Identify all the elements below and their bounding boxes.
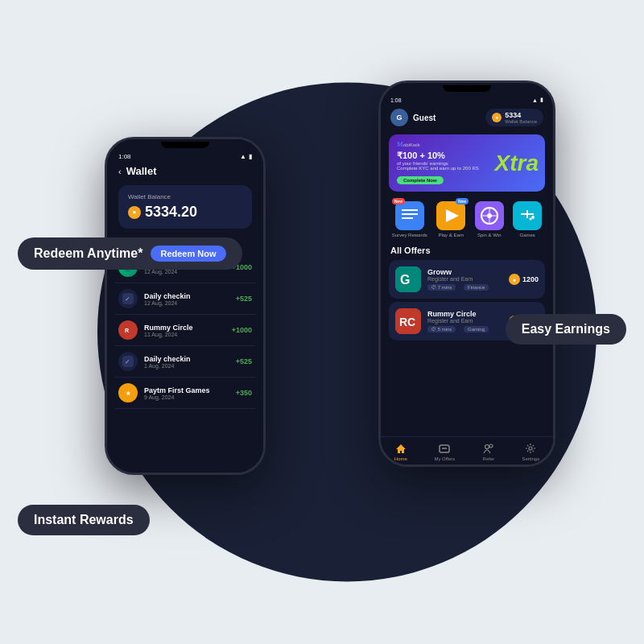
left-status-icons: ▲ ▮ [240,153,252,160]
wallet-balance-section: Wallet Balance ● 5334.20 [118,185,252,229]
rp-wifi-icon: ▲ [532,97,538,103]
wallet-balance-badge: ● 5334 Wallet Balance [485,109,543,126]
right-phone: 1:08 ▲ ▮ G Guest ● 5334 Wallet [378,80,555,467]
home-nav-icon [394,442,407,455]
all-offers-title: All Offers [381,242,553,257]
user-avatar: G [390,109,408,126]
refer-nav-icon [482,442,495,455]
banner-cta-button[interactable]: Complete Now [397,176,444,184]
qa-games[interactable]: Games [513,201,542,237]
user-info: G Guest [390,109,436,126]
left-time: 1:08 [118,153,131,160]
groww-time-tag: ⏱ 7 mins [427,284,456,291]
checkin-icon-2: ✓ [118,352,138,371]
right-status-icons: ▲ ▮ [532,97,543,103]
bottom-nav: Home My Offers Refer [381,436,553,464]
tx-item-checkin2: ✓ Daily checkin 1 Aug, 2024 +525 [115,346,255,378]
nav-offers[interactable]: My Offers [434,442,455,461]
tx-checkin1-amount: +525 [236,295,252,303]
instant-text: Instant Rewards [34,513,134,526]
redeem-label: Redeem Anytime* Redeem Now [18,237,242,270]
tx-checkin1-info: Daily checkin 12 Aug, 2024 [144,292,236,306]
tx-checkin2-date: 1 Aug, 2024 [144,363,236,369]
tx-checkin2-amount: +525 [236,357,252,365]
redeem-text: Redeem Anytime* [34,246,142,261]
balance-value: 5334.20 [145,204,197,221]
rummy-offer-icon: RC [395,308,421,334]
groww-points: 1200 [522,275,539,283]
settings-nav-icon [524,442,537,455]
banner-xtra: Xtra [495,151,539,176]
svg-point-20 [487,213,492,218]
back-button[interactable]: ‹ [118,167,122,176]
groww-divider: · [459,285,460,290]
rp-battery-icon: ▮ [540,97,543,103]
nav-home[interactable]: Home [394,442,407,461]
coin-icon: ● [128,206,141,219]
qa-survey[interactable]: New Survey Rewards [392,201,427,237]
right-phone-screen: 1:08 ▲ ▮ G Guest ● 5334 Wallet [381,83,553,464]
tx-paytm-amount: +350 [236,389,252,397]
survey-label: Survey Rewards [392,233,427,237]
tx-item-checkin1: ✓ Daily checkin 12 Aug, 2024 +525 [115,283,255,315]
rummy-divider: · [459,327,460,332]
left-phone-screen: 1:08 ▲ ▮ ‹ Wallet Wallet Balance ● 5334.… [107,139,263,473]
groww-reward: ● 1200 [509,274,539,285]
redeem-now-button[interactable]: Redeem Now [151,246,225,262]
promo-banner[interactable]: 𝐌obiKwik ₹100 + 10% of your friends' ear… [389,134,545,192]
rummy-offer-tags: ⏱ 5 mins · Gaming [427,326,502,332]
games-label: Games [520,233,535,237]
paytm-icon: ★ [118,383,138,402]
svg-text:✓: ✓ [125,295,130,303]
svg-rect-11 [402,209,418,211]
groww-offer-icon: G [395,266,421,292]
svg-point-33 [485,445,489,449]
tx-item-paytm: ★ Paytm First Games 9 Aug, 2024 +350 [115,378,255,409]
nav-home-label: Home [394,456,407,461]
rummy-icon: R [118,320,138,340]
svg-text:R: R [125,328,129,333]
svg-text:★: ★ [126,390,131,396]
svg-point-35 [529,447,532,450]
right-notch-area [381,83,553,92]
nav-refer[interactable]: Refer [482,442,495,461]
wallet-header: ‹ Wallet [107,163,263,182]
svg-rect-13 [402,217,413,219]
svg-point-34 [489,444,493,448]
user-name: Guest [413,114,436,122]
offer-groww[interactable]: G Groww Register and Earn ⏱ 7 mins · Fin… [389,260,545,299]
svg-rect-10 [395,201,424,230]
survey-icon: New [395,201,424,230]
rummy-offer-info: Rummy Circle Register and Earn ⏱ 5 mins … [427,310,502,332]
play-icon: New [436,201,465,230]
balance-amount: ● 5334.20 [128,204,242,221]
svg-rect-23 [526,210,528,218]
groww-offer-tags: ⏱ 7 mins · Finance [427,284,502,291]
svg-marker-30 [396,444,406,453]
rummy-category-tag: Gaming [464,326,489,332]
right-time: 1:08 [390,97,402,103]
nav-settings[interactable]: Settings [522,442,540,461]
transaction-list: G Groww 12 Aug, 2024 +1000 ✓ Daily check… [107,252,263,409]
qa-play[interactable]: New Play & Earn [436,201,465,237]
tx-checkin1-name: Daily checkin [144,292,236,300]
tx-paytm-date: 9 Aug, 2024 [144,394,236,400]
wallet-title: Wallet [126,165,157,177]
spin-icon [475,201,504,230]
balance-label: Wallet Balance [128,193,242,200]
rummy-time-tag: ⏱ 5 mins [427,326,456,332]
qa-spin[interactable]: Spin & Win [475,201,504,237]
tx-item-rummy: R Rummy Circle 11 Aug, 2024 +1000 [115,315,255,346]
tx-rummy-name: Rummy Circle [144,324,232,332]
checkin-icon-1: ✓ [118,289,138,308]
spin-label: Spin & Win [477,233,502,237]
groww-offer-name: Groww [427,268,502,276]
tx-paytm-name: Paytm First Games [144,386,236,394]
easy-text: Easy Earnings [522,322,610,336]
nav-offers-label: My Offers [434,456,455,461]
nav-settings-label: Settings [522,456,540,461]
svg-text:✓: ✓ [125,358,130,365]
play-label: Play & Earn [438,233,464,237]
left-notch-area [107,139,263,148]
easy-earnings-label: Easy Earnings [506,314,626,345]
